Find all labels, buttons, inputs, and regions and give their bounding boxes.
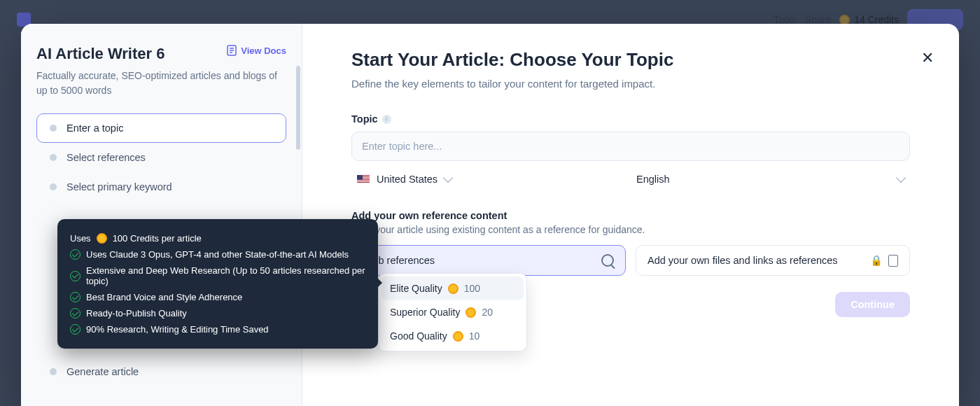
quality-option-label: Good Quality bbox=[390, 330, 447, 342]
country-select[interactable]: United States bbox=[351, 169, 631, 189]
quality-option-label: Superior Quality bbox=[390, 307, 460, 318]
coin-icon bbox=[448, 284, 458, 294]
quality-option-good[interactable]: Good Quality 10 bbox=[382, 324, 524, 348]
page-subtitle: Define the key elements to tailor your c… bbox=[351, 78, 910, 90]
step-dot-icon bbox=[50, 154, 57, 161]
quality-option-elite[interactable]: Elite Quality 100 bbox=[382, 276, 524, 300]
coin-icon bbox=[465, 307, 476, 318]
check-icon bbox=[70, 249, 80, 260]
search-icon bbox=[601, 254, 614, 267]
view-docs-label: View Docs bbox=[241, 46, 286, 56]
chevron-down-icon bbox=[896, 173, 906, 183]
step-dot-icon bbox=[50, 125, 57, 132]
info-icon[interactable]: i bbox=[382, 115, 391, 124]
reference-section-title: Add your own reference content bbox=[351, 210, 910, 221]
quality-option-cost: 100 bbox=[464, 283, 480, 294]
wizard-sidebar: AI Article Writer 6 View Docs Factually … bbox=[21, 24, 302, 406]
coin-icon bbox=[453, 331, 463, 342]
reference-section-subtitle: Craft your article using existing conten… bbox=[351, 224, 910, 235]
tooltip-point: Extensive and Deep Web Research (Up to 5… bbox=[86, 265, 365, 286]
quality-menu: Elite Quality 100 Superior Quality 20 Go… bbox=[378, 273, 527, 351]
step-generate-article[interactable]: Generate article bbox=[36, 357, 286, 386]
check-icon bbox=[70, 308, 80, 318]
coin-icon bbox=[97, 233, 107, 244]
tooltip-point: Ready-to-Publish Quality bbox=[86, 308, 187, 318]
quality-option-label: Elite Quality bbox=[390, 283, 442, 294]
continue-button[interactable]: Continue bbox=[835, 292, 910, 317]
step-select-references[interactable]: Select references bbox=[36, 143, 286, 172]
file-icon bbox=[888, 255, 898, 267]
step-select-keyword[interactable]: Select primary keyword bbox=[36, 172, 286, 202]
chevron-down-icon bbox=[443, 173, 453, 183]
country-value: United States bbox=[377, 174, 438, 185]
quality-option-cost: 10 bbox=[469, 330, 480, 342]
page-title: Start Your Article: Choose Your Topic bbox=[351, 49, 910, 71]
tooltip-point: Uses Claude 3 Opus, GPT-4 and other Stat… bbox=[86, 249, 349, 260]
quality-option-cost: 20 bbox=[482, 307, 493, 318]
quality-option-superior[interactable]: Superior Quality 20 bbox=[382, 300, 524, 324]
own-references-label: Add your own files and links as referenc… bbox=[648, 255, 838, 266]
tooltip-arrow bbox=[377, 278, 382, 288]
us-flag-icon bbox=[357, 175, 370, 184]
lock-icon: 🔒 bbox=[870, 255, 883, 267]
close-button[interactable]: ✕ bbox=[921, 49, 934, 67]
topic-input[interactable] bbox=[351, 132, 910, 161]
step-label: Generate article bbox=[66, 366, 139, 377]
tooltip-point: 90% Research, Writing & Editing Time Sav… bbox=[86, 324, 269, 335]
language-select[interactable]: English bbox=[631, 169, 910, 189]
elite-quality-tooltip: Uses 100 Credits per article Uses Claude… bbox=[57, 219, 378, 349]
step-enter-topic[interactable]: Enter a topic bbox=[36, 113, 286, 143]
web-references-button[interactable]: Web references bbox=[351, 245, 626, 276]
sidebar-scrollbar[interactable] bbox=[296, 66, 300, 150]
language-value: English bbox=[636, 174, 670, 185]
step-dot-icon bbox=[50, 183, 57, 190]
check-icon bbox=[70, 324, 80, 335]
tooltip-uses-value: 100 Credits per article bbox=[113, 233, 202, 244]
sidebar-title: AI Article Writer 6 bbox=[36, 45, 164, 63]
check-icon bbox=[70, 271, 80, 281]
step-label: Select references bbox=[66, 152, 146, 163]
step-label: Enter a topic bbox=[66, 122, 123, 134]
tooltip-uses-label: Uses bbox=[70, 233, 91, 244]
step-dot-icon bbox=[50, 368, 57, 375]
topic-label: Topic bbox=[351, 113, 378, 125]
doc-icon bbox=[227, 45, 237, 56]
sidebar-subtitle: Factually accurate, SEO-optimized articl… bbox=[36, 69, 286, 98]
step-label: Select primary keyword bbox=[66, 181, 172, 192]
own-references-button[interactable]: Add your own files and links as referenc… bbox=[636, 245, 910, 276]
check-icon bbox=[70, 292, 80, 302]
view-docs-link[interactable]: View Docs bbox=[227, 45, 286, 56]
tooltip-point: Best Brand Voice and Style Adherence bbox=[86, 292, 242, 302]
